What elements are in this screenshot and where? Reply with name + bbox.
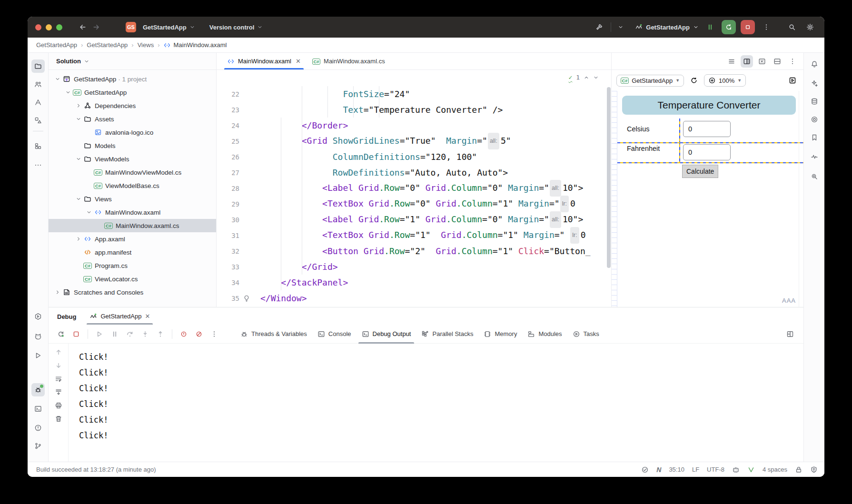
chevron-right-icon[interactable] xyxy=(53,289,62,295)
soft-wrap-icon[interactable] xyxy=(55,375,62,383)
tree-item-program-cs[interactable]: C#Program.cs xyxy=(49,259,216,272)
debug-tab-memory[interactable]: Memory xyxy=(478,325,522,344)
font-size-widget[interactable]: AAA xyxy=(782,297,796,304)
database-icon[interactable] xyxy=(808,95,821,108)
users-icon[interactable] xyxy=(31,78,45,91)
bookmarks-icon[interactable] xyxy=(808,131,821,144)
up-icon[interactable] xyxy=(55,348,62,356)
run-preview-icon[interactable] xyxy=(786,74,799,87)
breadcrumb-item[interactable]: GetStartedApp xyxy=(87,41,128,49)
previewer-zoom-selector[interactable]: 100% ▼ xyxy=(704,74,746,87)
tree-item-app-manifest[interactable]: app.manifest xyxy=(49,246,216,259)
previewer-scrollbar[interactable] xyxy=(799,91,803,307)
close-icon[interactable]: ✕ xyxy=(296,58,301,65)
tree-item-assets[interactable]: Assets xyxy=(49,112,216,126)
tree-item-scratches-and-consoles[interactable]: Scratches and Consoles xyxy=(49,286,216,299)
shield-icon[interactable] xyxy=(810,466,818,474)
check-circle-icon[interactable] xyxy=(641,466,649,474)
pause-button[interactable] xyxy=(703,20,717,34)
breadcrumb-item[interactable]: Views xyxy=(138,41,154,49)
search-icon[interactable] xyxy=(785,20,799,34)
chevron-down-icon[interactable] xyxy=(64,89,72,95)
settings-gear-icon[interactable] xyxy=(803,20,817,34)
scroll-end-icon[interactable] xyxy=(55,388,62,396)
kebab-icon[interactable] xyxy=(208,327,221,341)
coverage-icon[interactable] xyxy=(808,113,821,126)
list-icon[interactable] xyxy=(725,55,738,68)
shapes-icon[interactable] xyxy=(31,114,45,127)
debug-tab-console[interactable]: Console xyxy=(312,325,357,344)
chevron-down-icon[interactable] xyxy=(74,196,83,202)
refresh-icon[interactable] xyxy=(688,74,700,87)
tree-item-viewmodels[interactable]: ViewModels xyxy=(49,152,216,166)
cat-icon[interactable] xyxy=(31,330,45,343)
git-icon[interactable] xyxy=(31,439,45,453)
fahrenheit-input[interactable]: 0 xyxy=(683,144,731,160)
debug-session-tab[interactable]: GetStartedApp ✕ xyxy=(87,308,153,325)
folder-icon[interactable] xyxy=(31,59,45,73)
v-green-icon[interactable] xyxy=(747,466,755,474)
breakpoints-icon[interactable] xyxy=(177,327,190,341)
status-item-4-spaces[interactable]: 4 spaces xyxy=(763,466,787,473)
bell-icon[interactable] xyxy=(808,58,821,71)
rerun-debug-button[interactable] xyxy=(722,20,736,34)
more-icon[interactable] xyxy=(31,158,45,172)
status-item-lf[interactable]: LF xyxy=(692,466,699,473)
more-kebab-icon[interactable] xyxy=(760,20,773,34)
chevron-down-icon[interactable] xyxy=(74,116,83,122)
previewer-canvas[interactable]: Temperature Converter Celsius 0 Fahrenhe… xyxy=(612,91,803,307)
status-item-35-10[interactable]: 35:10 xyxy=(669,466,684,473)
chevron-down-icon[interactable] xyxy=(53,76,62,82)
close-icon[interactable]: ✕ xyxy=(145,313,150,320)
stop-outline-icon[interactable] xyxy=(69,327,83,341)
step-out-icon[interactable] xyxy=(154,327,167,341)
print-icon[interactable] xyxy=(55,402,62,409)
chevron-right-icon[interactable] xyxy=(74,103,83,109)
tab-mainwindow-axaml[interactable]: MainWindow.axaml✕ xyxy=(221,53,307,69)
vcs-menu[interactable]: Version control xyxy=(207,22,266,33)
problems-icon[interactable] xyxy=(31,421,45,435)
debug-tab-modules[interactable]: Modules xyxy=(522,325,567,344)
celsius-input[interactable]: 0 xyxy=(683,121,731,137)
run-configuration-selector[interactable]: GetStartedApp xyxy=(635,23,699,31)
no-split-icon[interactable] xyxy=(756,55,768,68)
tree-item-avalonia-logo-ico[interactable]: avalonia-logo.ico xyxy=(49,126,216,139)
ai-icon[interactable] xyxy=(808,77,821,90)
tree-item-viewmodelbase-cs[interactable]: C#ViewModelBase.cs xyxy=(49,179,216,192)
debug-tab-debug-output[interactable]: Debug Output xyxy=(357,325,416,344)
tree-item-dependencies[interactable]: Dependencies xyxy=(49,99,216,112)
stop-button[interactable] xyxy=(741,20,755,34)
zoom-window-button[interactable] xyxy=(56,24,62,30)
breadcrumb-item[interactable]: GetStartedApp xyxy=(36,41,77,49)
chevron-right-icon[interactable] xyxy=(74,236,83,242)
split-right-icon[interactable] xyxy=(741,55,753,68)
tree-item-viewlocator-cs[interactable]: C#ViewLocator.cs xyxy=(49,272,216,286)
build-icon[interactable] xyxy=(31,366,45,379)
grid-icon[interactable] xyxy=(31,139,45,153)
profiler-icon[interactable] xyxy=(808,150,821,163)
step-into-icon[interactable] xyxy=(139,327,152,341)
mute-breakpoints-icon[interactable] xyxy=(192,327,206,341)
editor-scrollbar[interactable] xyxy=(607,87,611,268)
calculate-button[interactable]: Calculate xyxy=(682,165,718,178)
azure-icon[interactable] xyxy=(31,96,45,109)
solution-panel-header[interactable]: Solution xyxy=(49,53,216,70)
tree-item-mainwindow-axaml[interactable]: MainWindow.axaml xyxy=(49,206,216,219)
tree-item-mainwindowviewmodel-cs[interactable]: C#MainWindowViewModel.cs xyxy=(49,166,216,179)
tree-item-models[interactable]: Models xyxy=(49,139,216,152)
resume-icon[interactable] xyxy=(93,327,106,341)
lock-icon[interactable] xyxy=(795,466,802,474)
forward-icon[interactable] xyxy=(89,20,103,34)
previewer-config-selector[interactable]: C# GetStartedApp ▼ xyxy=(616,75,684,87)
inspections-widget[interactable]: ✓ 1 xyxy=(569,74,599,81)
debug-tab-threads-variables[interactable]: Threads & Variables xyxy=(235,325,312,344)
tree-item-app-axaml[interactable]: App.axaml xyxy=(49,232,216,246)
build-hammer-icon[interactable] xyxy=(593,20,606,34)
more-icon[interactable] xyxy=(786,55,799,68)
rerun-icon[interactable] xyxy=(54,327,68,341)
debug-output[interactable]: Click!Click!Click!Click!Click!Click! xyxy=(69,344,803,462)
chevron-down-icon[interactable] xyxy=(85,209,93,215)
debug-tab-tasks[interactable]: Tasks xyxy=(567,325,604,344)
down-icon[interactable] xyxy=(55,362,62,369)
tab-mainwindow-axaml-cs[interactable]: C#MainWindow.axaml.cs xyxy=(307,53,391,69)
